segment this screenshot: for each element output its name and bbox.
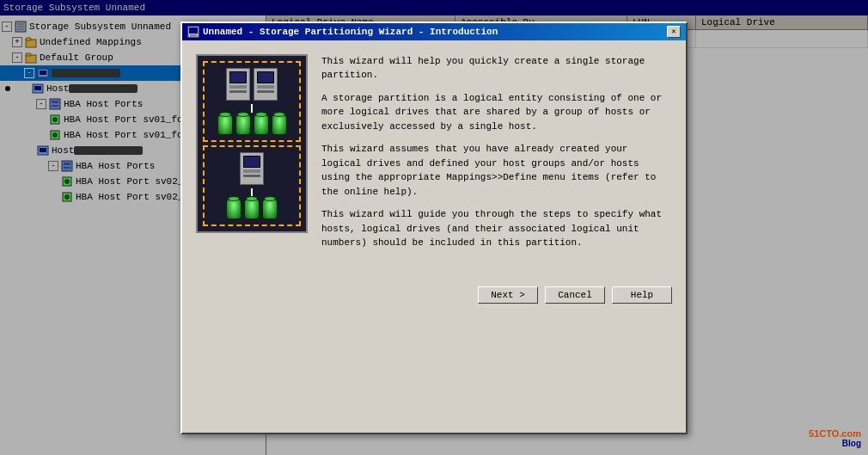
dialog-para-1: This wizard will help you quickly create… [321, 54, 672, 83]
cylinder-1 [217, 114, 233, 135]
dialog-close-button[interactable]: ✕ [667, 26, 681, 38]
cancel-button[interactable]: Cancel [545, 286, 605, 304]
server-icon-3 [240, 152, 264, 185]
cylinder-2 [235, 114, 251, 135]
server-icon-2 [254, 68, 278, 101]
cylinder-3 [254, 114, 269, 135]
connector-1 [251, 104, 253, 113]
watermark-blog: Blog [809, 439, 861, 448]
dialog-title: Unnamed - Storage Partitioning Wizard - … [203, 27, 498, 37]
cylinder-4 [272, 114, 287, 135]
cylinder-6 [244, 199, 260, 219]
help-button[interactable]: Help [612, 286, 672, 304]
dialog-footer: Next > Cancel Help [182, 280, 686, 311]
dialog-body: This wizard will help you quickly create… [182, 40, 686, 273]
dialog-para-4: This wizard will guide you through the s… [321, 207, 672, 250]
svg-rect-31 [189, 28, 198, 34]
dialog-para-2: A storage partition is a logical entity … [321, 91, 672, 134]
cylinder-7 [262, 199, 278, 219]
dialog-title-bar: Unnamed - Storage Partitioning Wizard - … [182, 23, 686, 40]
wizard-icon [187, 26, 199, 38]
dialog-text-content: This wizard will help you quickly create… [321, 54, 672, 259]
cylinder-5 [226, 199, 241, 219]
watermark: 51CTO.com Blog [809, 428, 861, 448]
modal-overlay: Unnamed - Storage Partitioning Wizard - … [0, 0, 868, 455]
dialog-para-3: This wizard assumes that you have alread… [321, 142, 672, 199]
next-button[interactable]: Next > [478, 286, 538, 304]
wizard-dialog: Unnamed - Storage Partitioning Wizard - … [180, 22, 688, 434]
dialog-title-left: Unnamed - Storage Partitioning Wizard - … [187, 26, 498, 38]
server-icon-1 [226, 68, 250, 101]
watermark-site: 51CTO.com [809, 428, 861, 439]
dialog-illustration [196, 54, 308, 259]
svg-rect-32 [190, 34, 197, 36]
